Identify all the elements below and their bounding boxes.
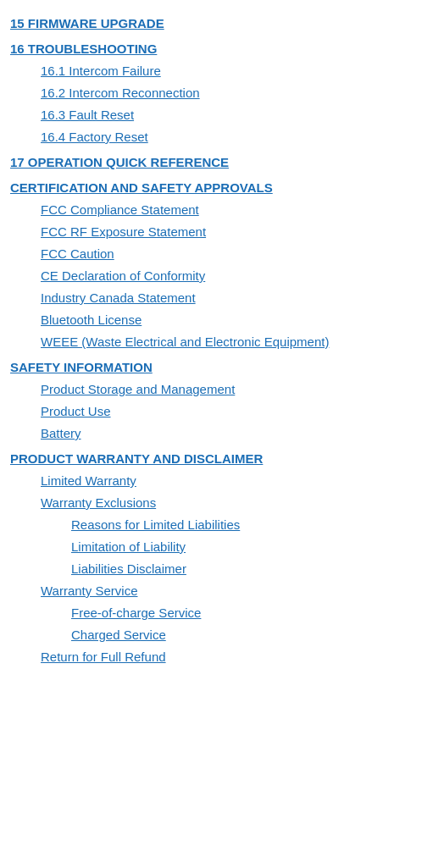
item-limited-warranty[interactable]: Limited Warranty xyxy=(10,471,423,491)
item-fcc-caution[interactable]: FCC Caution xyxy=(10,244,423,264)
toc-container: 15 FIRMWARE UPGRADE16 TROUBLESHOOTING16.… xyxy=(10,14,423,667)
item-warranty-exclusions[interactable]: Warranty Exclusions xyxy=(10,493,423,513)
item-16-1[interactable]: 16.1 Intercom Failure xyxy=(10,61,423,81)
item-product-storage[interactable]: Product Storage and Management xyxy=(10,379,423,400)
item-fcc-rf[interactable]: FCC RF Exposure Statement xyxy=(10,222,423,242)
item-industry-canada[interactable]: Industry Canada Statement xyxy=(10,288,423,308)
item-cert[interactable]: CERTIFICATION AND SAFETY APPROVALS xyxy=(10,178,423,198)
item-return-refund[interactable]: Return for Full Refund xyxy=(10,647,423,667)
item-product-use[interactable]: Product Use xyxy=(10,401,423,422)
item-weee[interactable]: WEEE (Waste Electrical and Electronic Eq… xyxy=(10,332,423,352)
item-16-3[interactable]: 16.3 Fault Reset xyxy=(10,105,423,125)
item-product-warranty[interactable]: PRODUCT WARRANTY AND DISCLAIMER xyxy=(10,449,423,469)
item-17-operation[interactable]: 17 OPERATION QUICK REFERENCE xyxy=(10,152,423,173)
item-fcc-compliance[interactable]: FCC Compliance Statement xyxy=(10,200,423,220)
item-16-troubleshooting[interactable]: 16 TROUBLESHOOTING xyxy=(10,39,423,59)
item-16-4[interactable]: 16.4 Factory Reset xyxy=(10,127,423,147)
item-limitation-liability[interactable]: Limitation of Liability xyxy=(10,537,423,557)
item-ce-declaration[interactable]: CE Declaration of Conformity xyxy=(10,266,423,286)
item-15-firmware[interactable]: 15 FIRMWARE UPGRADE xyxy=(10,14,423,34)
item-warranty-service[interactable]: Warranty Service xyxy=(10,581,423,601)
item-reasons-limited[interactable]: Reasons for Limited Liabilities xyxy=(10,515,423,535)
item-free-service[interactable]: Free-of-charge Service xyxy=(10,603,423,623)
item-battery[interactable]: Battery xyxy=(10,423,423,444)
item-charged-service[interactable]: Charged Service xyxy=(10,625,423,645)
item-bluetooth[interactable]: Bluetooth License xyxy=(10,310,423,330)
item-safety-info[interactable]: SAFETY INFORMATION xyxy=(10,357,423,378)
item-liabilities-disclaimer[interactable]: Liabilities Disclaimer xyxy=(10,559,423,579)
item-16-2[interactable]: 16.2 Intercom Reconnection xyxy=(10,83,423,103)
